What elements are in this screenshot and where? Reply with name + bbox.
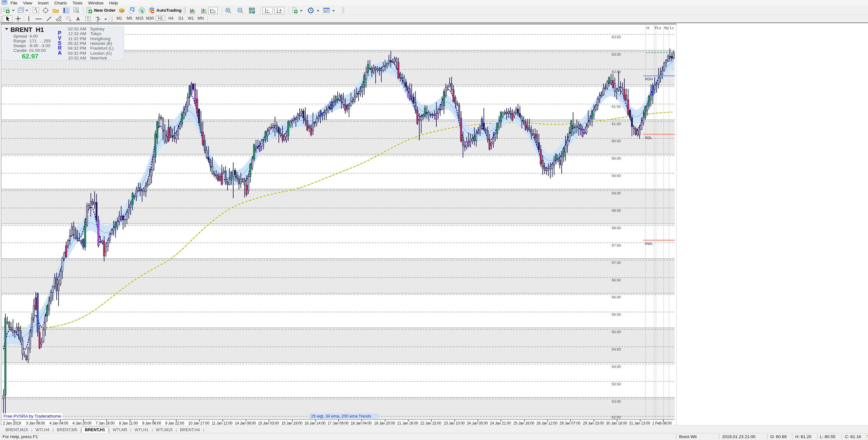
svg-text:61.50: 61.50 xyxy=(612,105,621,108)
svg-text:56.00: 56.00 xyxy=(612,295,621,299)
svg-text:59.00: 59.00 xyxy=(612,191,621,195)
svg-text:F: F xyxy=(70,19,71,22)
svg-text:53.00: 53.00 xyxy=(612,400,621,403)
svg-text:57.00: 57.00 xyxy=(612,261,621,265)
svg-text:25 wgt, 34 ema, 200 ema Tre: 25 wgt, 34 ema, 200 ema Trends xyxy=(311,414,372,418)
svg-text:RDL: RDL xyxy=(645,136,652,140)
svg-text:E: E xyxy=(60,19,61,22)
svg-text:59.50: 59.50 xyxy=(612,174,621,178)
svg-text:60.00: 60.00 xyxy=(612,157,621,160)
svg-text:Ny: Ny xyxy=(664,26,669,30)
svg-text:Lc: Lc xyxy=(670,26,674,30)
svg-text:RDH: RDH xyxy=(645,77,653,81)
svg-text:57.50: 57.50 xyxy=(612,243,621,247)
svg-text:58.50: 58.50 xyxy=(612,209,621,212)
svg-text:63.50: 63.50 xyxy=(612,35,621,39)
svg-text:54.00: 54.00 xyxy=(612,365,621,369)
svg-text:56.50: 56.50 xyxy=(612,278,621,282)
svg-text:63.00: 63.00 xyxy=(612,53,621,56)
svg-text:53.50: 53.50 xyxy=(612,382,621,386)
svg-text:T: T xyxy=(87,17,89,21)
svg-text:H: H xyxy=(647,26,649,30)
svg-text:61.00: 61.00 xyxy=(612,122,621,126)
svg-text:58.00: 58.00 xyxy=(612,226,621,230)
svg-text:FLo: FLo xyxy=(655,26,661,30)
svg-text:52.50: 52.50 xyxy=(612,415,621,419)
svg-text:55.50: 55.50 xyxy=(612,313,621,316)
svg-text:62.50: 62.50 xyxy=(612,70,621,74)
svg-text:54.50: 54.50 xyxy=(612,347,621,351)
svg-text:Free PVSRA by Traderathome: Free PVSRA by Traderathome xyxy=(3,414,61,418)
svg-text:RWL: RWL xyxy=(645,242,653,246)
svg-text:60.50: 60.50 xyxy=(612,139,621,143)
svg-text:55.00: 55.00 xyxy=(612,330,621,334)
